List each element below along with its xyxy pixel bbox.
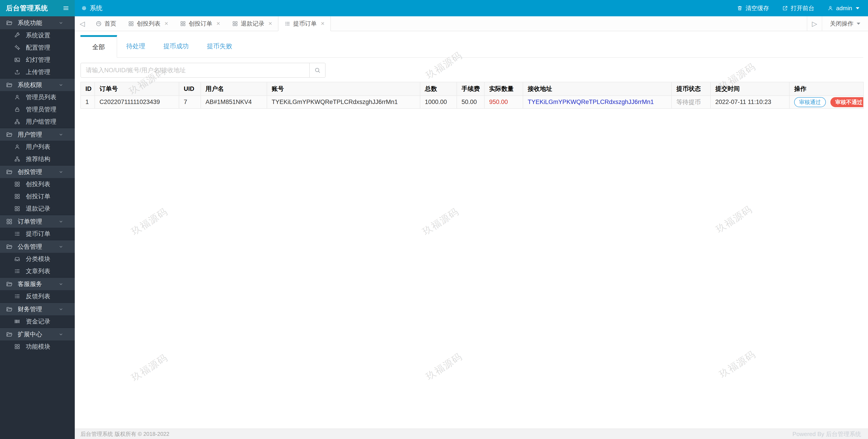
sidebar-item-function-modules[interactable]: 功能模块 [0, 341, 75, 353]
grid-icon [232, 21, 238, 27]
hamburger-icon[interactable] [63, 5, 69, 11]
col-total: 总数 [420, 82, 457, 96]
sitemap-icon [14, 119, 21, 125]
close-tab-icon[interactable]: × [216, 21, 220, 27]
cell-fee: 50.00 [457, 96, 485, 108]
list-icon [14, 230, 21, 237]
sidebar-item-feedback-list[interactable]: 反馈列表 [0, 290, 75, 303]
grid-icon [14, 181, 21, 187]
col-username: 用户名 [201, 82, 267, 96]
sidebar-group-header[interactable]: 系统功能 [0, 16, 75, 29]
image-icon [14, 57, 21, 63]
cell-address-link[interactable]: TYEKiLGmYPKWQReTPLCRdxszghJJ6rrMn1 [523, 96, 672, 108]
folder-icon [6, 82, 13, 88]
cell-actual: 950.00 [485, 96, 523, 108]
sidebar-item-refund-records[interactable]: 退款记录 [0, 202, 75, 215]
header-actions: 清空缓存 打开前台 admin [737, 0, 868, 16]
sidebar-item-slides[interactable]: 幻灯管理 [0, 54, 75, 66]
folder-icon [6, 331, 13, 338]
sidebar-item-system-settings[interactable]: 系统设置 [0, 29, 75, 41]
sidebar-item-admin-manage[interactable]: 管理员管理 [0, 103, 75, 116]
search-input[interactable] [81, 63, 310, 78]
sidebar-group-header[interactable]: 扩展中心 [0, 327, 75, 341]
list-icon [14, 268, 21, 274]
cell-status: 等待提币 [672, 96, 711, 108]
search-bar [81, 63, 863, 78]
sidebar-item-uploads[interactable]: 上传管理 [0, 66, 75, 78]
filter-tabs: 全部 待处理 提币成功 提币失败 [81, 35, 863, 58]
sidebar-group-header[interactable]: 客服服务 [0, 277, 75, 290]
sidebar-group-header[interactable]: 订单管理 [0, 215, 75, 228]
sidebar-item-config[interactable]: 配置管理 [0, 41, 75, 54]
caret-down-icon [857, 23, 860, 25]
tab-home[interactable]: 首页 [90, 16, 122, 31]
close-operations-dropdown[interactable]: 关闭操作 [822, 16, 868, 31]
grid-icon [180, 21, 186, 27]
user-icon [828, 5, 833, 11]
sidebar-group-orders: 订单管理 提币订单 [0, 215, 75, 240]
sidebar-item-article-list[interactable]: 文章列表 [0, 265, 75, 277]
app-window: 后台管理系统 系统 清空缓存 打开前台 admin [0, 0, 868, 439]
tab-refund-records[interactable]: 退款记录 × [226, 16, 278, 31]
filter-tab-pending[interactable]: 待处理 [117, 35, 154, 57]
filter-tab-success[interactable]: 提币成功 [154, 35, 198, 57]
approve-button[interactable]: 审核通过 [794, 97, 826, 107]
sidebar-item-withdraw-orders[interactable]: 提币订单 [0, 228, 75, 240]
sidebar: 系统功能 系统设置 配置管理 幻灯管理 上传管理 系统权限 管理员列表 管理员管… [0, 16, 75, 439]
sidebar-item-admin-list[interactable]: 管理员列表 [0, 91, 75, 103]
sidebar-item-venture-orders[interactable]: 创投订单 [0, 190, 75, 202]
trash-icon [737, 5, 743, 11]
open-front-button[interactable]: 打开前台 [782, 4, 814, 12]
sidebar-group-header[interactable]: 财务管理 [0, 303, 75, 315]
grid-icon [14, 193, 21, 199]
sidebar-group-system-functions: 系统功能 系统设置 配置管理 幻灯管理 上传管理 [0, 16, 75, 78]
close-tab-icon[interactable]: × [164, 21, 168, 27]
search-button[interactable] [309, 63, 326, 78]
sidebar-item-referral[interactable]: 推荐结构 [0, 153, 75, 165]
close-tab-icon[interactable]: × [269, 21, 272, 27]
tabs-scroll-right-button[interactable]: ▷ [807, 16, 822, 31]
caret-down-icon [856, 7, 859, 9]
filter-tab-failed[interactable]: 提币失败 [198, 35, 241, 57]
user-icon [14, 144, 21, 150]
top-header: 后台管理系统 系统 清空缓存 打开前台 admin [0, 0, 868, 16]
cell-total: 1000.00 [420, 96, 457, 108]
filter-tab-all[interactable]: 全部 [81, 35, 117, 58]
grid-icon [14, 343, 21, 350]
gears-icon [14, 44, 21, 51]
sidebar-item-user-groups[interactable]: 用户组管理 [0, 116, 75, 128]
folder-icon [6, 168, 13, 175]
cell-uid: 7 [179, 96, 201, 108]
sidebar-group-header[interactable]: 创投管理 [0, 165, 75, 178]
grid-icon [128, 21, 134, 27]
tab-venture-list[interactable]: 创投列表 × [122, 16, 174, 31]
sidebar-item-venture-list[interactable]: 创投列表 [0, 178, 75, 190]
sidebar-item-category-module[interactable]: 分类模块 [0, 253, 75, 265]
cell-id: 1 [81, 96, 95, 108]
folder-icon [6, 281, 13, 287]
tabs-scroll-left-button[interactable]: ◁ [75, 16, 90, 31]
breadcrumb: 系统 [75, 0, 102, 16]
external-link-icon [782, 5, 788, 11]
user-menu[interactable]: admin [828, 5, 859, 12]
table-row: 1 C20220711111023439 7 AB#1M851NKV4 TYEK… [81, 96, 864, 108]
reject-button[interactable]: 审核不通过 [830, 97, 864, 107]
tab-withdraw-orders[interactable]: 提币订单 × [278, 16, 331, 31]
list-icon [284, 21, 290, 27]
col-account: 账号 [267, 82, 420, 96]
clear-cache-button[interactable]: 清空缓存 [737, 4, 769, 12]
col-order-no: 订单号 [95, 82, 179, 96]
grid-icon [14, 206, 21, 212]
sidebar-group-announcements: 公告管理 分类模块 文章列表 [0, 240, 75, 277]
withdraw-orders-table: ID 订单号 UID 用户名 账号 总数 手续费 实际数量 接收地址 提币状态 … [81, 82, 864, 109]
sidebar-item-user-list[interactable]: 用户列表 [0, 141, 75, 153]
cell-time: 2022-07-11 11:10:23 [711, 96, 789, 108]
sidebar-group-header[interactable]: 公告管理 [0, 240, 75, 253]
col-time: 提交时间 [711, 82, 789, 96]
sidebar-item-fund-records[interactable]: 资金记录 [0, 315, 75, 327]
sidebar-group-header[interactable]: 用户管理 [0, 128, 75, 141]
tab-venture-orders[interactable]: 创投订单 × [174, 16, 226, 31]
sidebar-group-header[interactable]: 系统权限 [0, 78, 75, 91]
col-actual: 实际数量 [485, 82, 523, 96]
close-tab-icon[interactable]: × [321, 21, 324, 27]
